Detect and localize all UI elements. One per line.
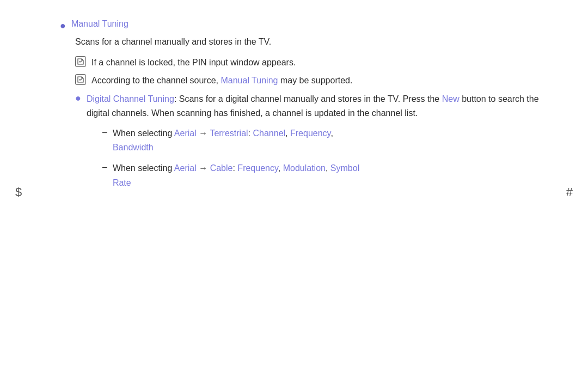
note-item-2: According to the channel source, Manual … <box>75 74 544 88</box>
note-icon-2 <box>75 74 86 85</box>
sub-bullet-section: ● Digital Channel Tuning: Scans for a di… <box>75 92 544 190</box>
frequency-link-2: Frequency <box>237 163 278 173</box>
channel-link: Channel <box>253 129 286 138</box>
side-marker-left: $ <box>15 185 22 199</box>
note-text-1: If a channel is locked, the PIN input wi… <box>91 56 296 70</box>
new-link: New <box>442 94 460 103</box>
manual-tuning-description: Scans for a channel manually and stores … <box>75 35 544 49</box>
aerial-link-1: Aerial <box>174 129 197 138</box>
dash-text-2: When selecting Aerial → Cable: Frequency… <box>113 161 359 190</box>
frequency-link-1: Frequency <box>290 129 330 138</box>
page-container: $ # ● Manual Tuning Scans for a channel … <box>0 0 588 384</box>
manual-tuning-label: Manual Tuning <box>71 19 128 29</box>
dash-item-1: – When selecting Aerial → Terrestrial: C… <box>102 126 544 155</box>
dash-item-2: – When selecting Aerial → Cable: Frequen… <box>102 161 544 190</box>
digital-channel-tuning-label: Digital Channel Tuning <box>87 94 174 103</box>
aerial-link-2: Aerial <box>174 163 197 173</box>
manual-tuning-link: Manual Tuning <box>220 76 278 85</box>
sub-bullet-dot: ● <box>75 93 81 104</box>
digital-channel-tuning-text: Digital Channel Tuning: Scans for a digi… <box>87 92 544 121</box>
dash-text-1: When selecting Aerial → Terrestrial: Cha… <box>113 126 333 155</box>
digital-channel-tuning-bullet: ● Digital Channel Tuning: Scans for a di… <box>75 92 544 121</box>
bullet-dot: ● <box>60 20 66 32</box>
manual-tuning-bullet: ● Manual Tuning <box>60 19 544 32</box>
cable-link: Cable <box>210 163 233 173</box>
dash-list: – When selecting Aerial → Terrestrial: C… <box>102 126 544 191</box>
side-marker-right: # <box>566 185 573 199</box>
note-items: If a channel is locked, the PIN input wi… <box>75 56 544 88</box>
dash-symbol-1: – <box>102 127 107 137</box>
bandwidth-link: Bandwidth <box>113 143 154 152</box>
dash-symbol-2: – <box>102 162 107 172</box>
modulation-link: Modulation <box>283 163 326 173</box>
note-text-2: According to the channel source, Manual … <box>91 74 352 88</box>
content-area: ● Manual Tuning Scans for a channel manu… <box>44 11 544 190</box>
note-icon-1 <box>75 56 86 67</box>
terrestrial-link: Terrestrial <box>210 129 248 138</box>
note-item-1: If a channel is locked, the PIN input wi… <box>75 56 544 70</box>
